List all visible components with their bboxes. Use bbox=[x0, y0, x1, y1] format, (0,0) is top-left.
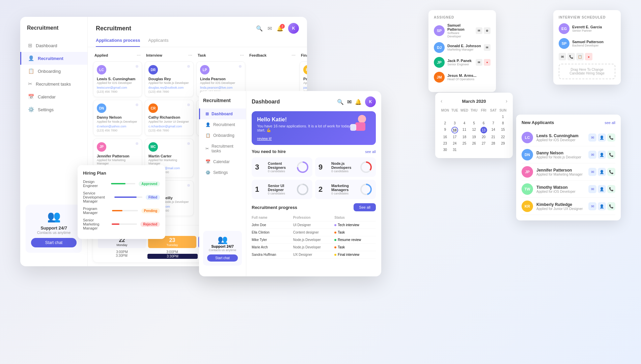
column-dots[interactable]: ··· bbox=[240, 53, 244, 58]
hiring-status: Pending bbox=[141, 208, 160, 213]
progress-row-1: Ella Clintion Content designer Task bbox=[252, 229, 376, 236]
dash-search-icon[interactable]: 🔍 bbox=[337, 99, 344, 105]
dash-grid-icon: ⊞ bbox=[205, 112, 209, 116]
dash-nav-tasks[interactable]: ✂ Recruitment tasks bbox=[199, 141, 246, 156]
dash-start-chat-button[interactable]: Start chat bbox=[207, 254, 238, 262]
svg-rect-3 bbox=[351, 125, 356, 129]
start-chat-button[interactable]: Start chat bbox=[31, 238, 77, 247]
app-action-msg[interactable]: ✉ bbox=[588, 151, 596, 159]
card-douglas[interactable]: DR Douglas Rey Applied for Node.js Devel… bbox=[145, 61, 194, 97]
calendar-month: March 2020 bbox=[462, 99, 486, 104]
app-action-call[interactable]: 📞 bbox=[607, 202, 615, 210]
person-action-btn[interactable]: ✉ bbox=[484, 44, 491, 51]
dash-calendar-icon: 📅 bbox=[205, 159, 211, 164]
sidebar-item-recruitment[interactable]: 👤 Recruitment bbox=[20, 52, 87, 65]
app-logo: Recruitment bbox=[20, 25, 87, 39]
app-action-msg[interactable]: ✉ bbox=[588, 133, 596, 142]
card-cathy[interactable]: CR Cathy Richardson Applied for Junior U… bbox=[145, 100, 194, 135]
progress-row-3: Marie Arch Node.js Developer Task bbox=[252, 244, 376, 251]
app-action-msg[interactable]: ✉ bbox=[588, 168, 596, 176]
search-icon[interactable]: 🔍 bbox=[256, 25, 263, 32]
app-action-call[interactable]: 📞 bbox=[607, 133, 615, 142]
tabs: Applications process Applicants bbox=[88, 34, 307, 47]
app-action-msg[interactable]: ✉ bbox=[588, 202, 596, 210]
dashboard-logo: Recruitment bbox=[199, 98, 246, 109]
interview-action-btn[interactable]: ✉ bbox=[559, 53, 566, 60]
support-widget: 👥 Support 24/7 Contacts us anytime Start… bbox=[26, 205, 82, 253]
interview-action-btn[interactable]: 📞 bbox=[567, 53, 575, 60]
clipboard-icon: 📋 bbox=[28, 68, 34, 74]
column-dots[interactable]: ··· bbox=[188, 53, 192, 58]
card-avatar: JP bbox=[97, 142, 106, 152]
person-action-btn[interactable]: ● bbox=[484, 59, 491, 66]
see-all-button[interactable]: See all bbox=[354, 203, 376, 211]
new-applicants-link[interactable]: see all bbox=[605, 121, 615, 125]
app-action-call[interactable]: 📞 bbox=[607, 168, 615, 176]
dash-support-widget: 👥 Support 24/7 Contacts us anytime Start… bbox=[203, 231, 242, 266]
app-action-profile[interactable]: 👤 bbox=[598, 185, 606, 193]
sidebar-item-onboarding[interactable]: 📋 Onboarding bbox=[20, 65, 87, 78]
card-avatar: LC bbox=[97, 65, 106, 74]
dash-nav-recruitment[interactable]: 👤 Recruitment bbox=[199, 119, 246, 130]
dash-bell-icon[interactable]: 🔔 bbox=[355, 99, 362, 105]
svg-rect-1 bbox=[355, 122, 365, 131]
card-avatar: DR bbox=[148, 65, 158, 74]
dash-nav-dashboard[interactable]: ⊞ Dashboard bbox=[199, 109, 246, 119]
column-final-header: Final interview ··· bbox=[300, 53, 307, 58]
app-action-call[interactable]: 📞 bbox=[607, 151, 615, 159]
notification-icon[interactable]: 🔔2 bbox=[277, 25, 283, 32]
user-avatar[interactable]: K bbox=[288, 23, 299, 34]
hiring-status: Approved bbox=[139, 181, 160, 186]
interview-action-btn[interactable]: 📋 bbox=[576, 53, 584, 60]
app-action-profile[interactable]: 👤 bbox=[598, 168, 606, 176]
tab-applications-process[interactable]: Applications process bbox=[96, 38, 140, 47]
assigned-panel: ASSIGNED SP Samuel Patterson Software De… bbox=[428, 10, 496, 92]
column-dots[interactable]: ··· bbox=[291, 53, 296, 58]
app-action-profile[interactable]: 👤 bbox=[598, 202, 606, 210]
dash-nav-settings[interactable]: ⚙️ Settings bbox=[199, 167, 246, 178]
sidebar-item-calendar[interactable]: 📅 Calendar bbox=[20, 90, 87, 103]
notification-badge: 2 bbox=[280, 24, 285, 29]
dash-mail-icon[interactable]: ✉ bbox=[347, 99, 352, 105]
drop-zone[interactable]: Drag Here To Change Candidate Hiring Sta… bbox=[559, 64, 615, 79]
app-action-profile[interactable]: 👤 bbox=[598, 151, 606, 159]
card-indicator bbox=[239, 65, 242, 68]
person-action-btn[interactable]: ⊕ bbox=[484, 27, 491, 34]
app-action-profile[interactable]: 👤 bbox=[598, 133, 606, 142]
new-applicants-panel: New Applicants see all LC Lewis S. Cunni… bbox=[516, 115, 621, 220]
applicant-row-0: LC Lewis S. Cunningham Applied for iOS D… bbox=[522, 129, 615, 146]
dash-user-avatar[interactable]: K bbox=[365, 96, 376, 107]
card-indicator bbox=[136, 103, 138, 106]
sidebar-item-tasks[interactable]: ✂ Recruitment tasks bbox=[20, 78, 87, 90]
column-dots[interactable]: ··· bbox=[137, 53, 141, 58]
interview-action-btn-red[interactable]: ● bbox=[585, 53, 592, 60]
review-link[interactable]: review it! bbox=[257, 136, 272, 141]
cal-next-button[interactable]: › bbox=[506, 98, 507, 104]
hire-card-0: 3 Content Designers 0 candidates bbox=[252, 157, 312, 177]
applicant-row-2: JP Jennifer Patterson Applied for Market… bbox=[522, 163, 615, 181]
progress-title: Recruitment progress bbox=[252, 205, 297, 210]
hire-card-3: 2 Marketing Managers 0 candidates bbox=[315, 180, 376, 199]
person-action-btn[interactable]: ✉ bbox=[476, 27, 482, 34]
progress-table: Full name Profession Status John Doe UI … bbox=[252, 214, 376, 259]
card-lewis[interactable]: LC Lewis S. Cunningham Applied for iOS D… bbox=[93, 61, 142, 97]
dashboard-sidebar: Recruitment ⊞ Dashboard 👤 Recruitment 📋 … bbox=[199, 91, 246, 276]
tab-applicants[interactable]: Applicants bbox=[148, 38, 168, 47]
app-action-call[interactable]: 📞 bbox=[607, 185, 615, 193]
person-action-btn[interactable]: ✉ bbox=[476, 59, 482, 66]
app-action-msg[interactable]: ✉ bbox=[588, 185, 596, 193]
assigned-person-2: JP Jack P. Panek Senior Engineer ✉ ● bbox=[434, 57, 491, 68]
hire-section-link[interactable]: see all bbox=[365, 150, 376, 154]
mail-icon[interactable]: ✉ bbox=[268, 25, 272, 32]
card-danny[interactable]: DN Danny Nelson Applied for Node.js Deve… bbox=[93, 100, 142, 135]
dash-nav-onboarding[interactable]: 📋 Onboarding bbox=[199, 130, 246, 141]
cal-prev-button[interactable]: ‹ bbox=[441, 98, 442, 104]
column-applied-header: Applied ··· bbox=[93, 53, 142, 58]
sidebar-item-settings[interactable]: ⚙️ Settings bbox=[20, 103, 87, 116]
dash-nav-calendar[interactable]: 📅 Calendar bbox=[199, 156, 246, 167]
progress-row-0: John Doe UI Designer Tech interview bbox=[252, 221, 376, 229]
svg-point-9 bbox=[298, 184, 308, 194]
sidebar-item-dashboard[interactable]: ⊞ Dashboard bbox=[20, 39, 87, 52]
grid-icon: ⊞ bbox=[28, 42, 32, 49]
card-indicator bbox=[136, 65, 138, 68]
